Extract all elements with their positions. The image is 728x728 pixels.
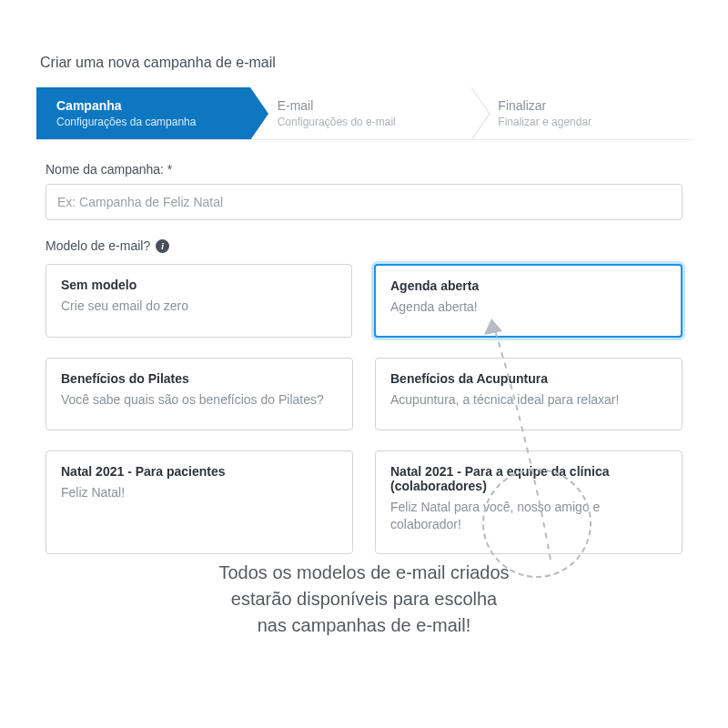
- step-sub: Finalizar e agendar: [498, 116, 672, 128]
- caption-line: nas campanhas de e-mail!: [0, 612, 728, 639]
- card-desc: Acupuntura, a técnica ideal para relaxar…: [390, 391, 667, 409]
- card-desc: Você sabe quais são os benefícios do Pil…: [61, 391, 338, 409]
- wizard: Campanha Configurações da campanha E-mai…: [36, 87, 692, 140]
- wizard-step-finalizar[interactable]: Finalizar Finalizar e agendar: [470, 87, 692, 139]
- template-card-natal-equipe[interactable]: Natal 2021 - Para a equipe da clínica (c…: [375, 450, 682, 554]
- template-card-acupuntura[interactable]: Benefícios da Acupuntura Acupuntura, a t…: [375, 358, 682, 430]
- caption-line: estarão disponíveis para escolha: [0, 586, 728, 612]
- card-title: Natal 2021 - Para pacientes: [61, 464, 338, 479]
- card-title: Sem modelo: [61, 278, 337, 292]
- card-desc: Crie seu email do zero: [61, 298, 337, 315]
- card-desc: Feliz Natal!: [61, 484, 338, 501]
- caption-line: Todos os modelos de e-mail criados: [0, 560, 728, 586]
- step-title: E-mail: [278, 98, 451, 115]
- card-title: Benefícios do Pilates: [61, 371, 338, 386]
- template-grid: Sem modelo Crie seu email do zero Agenda…: [36, 264, 692, 563]
- wizard-step-campanha[interactable]: Campanha Configurações da campanha: [36, 87, 250, 139]
- template-label: Modelo de e-mail? i: [46, 238, 682, 253]
- campaign-name-label: Nome da campanha: *: [46, 162, 682, 177]
- step-sub: Configurações da campanha: [56, 116, 230, 128]
- card-title: Natal 2021 - Para a equipe da clínica (c…: [390, 464, 667, 493]
- template-card-agenda-aberta[interactable]: Agenda aberta Agenda aberta!: [374, 264, 682, 338]
- template-label-text: Modelo de e-mail?: [46, 238, 150, 253]
- card-desc: Agenda aberta!: [390, 298, 666, 316]
- card-desc: Feliz Natal para você, nosso amigo e col…: [390, 499, 667, 533]
- step-sub: Configurações do e-mail: [278, 116, 451, 128]
- campaign-name-input[interactable]: [46, 184, 682, 220]
- info-icon[interactable]: i: [156, 239, 169, 253]
- card-title: Benefícios da Acupuntura: [390, 371, 667, 386]
- step-title: Campanha: [56, 98, 230, 115]
- template-card-pilates[interactable]: Benefícios do Pilates Você sabe quais sã…: [46, 358, 353, 430]
- template-card-natal-pacientes[interactable]: Natal 2021 - Para pacientes Feliz Natal!: [46, 450, 353, 554]
- step-title: Finalizar: [498, 98, 672, 115]
- card-title: Agenda aberta: [390, 278, 666, 293]
- page-title: Criar uma nova campanha de e-mail: [40, 55, 692, 71]
- template-card-blank[interactable]: Sem modelo Crie seu email do zero: [46, 264, 352, 338]
- annotation-caption: Todos os modelos de e-mail criados estar…: [0, 560, 728, 639]
- wizard-step-email[interactable]: E-mail Configurações do e-mail: [250, 87, 471, 139]
